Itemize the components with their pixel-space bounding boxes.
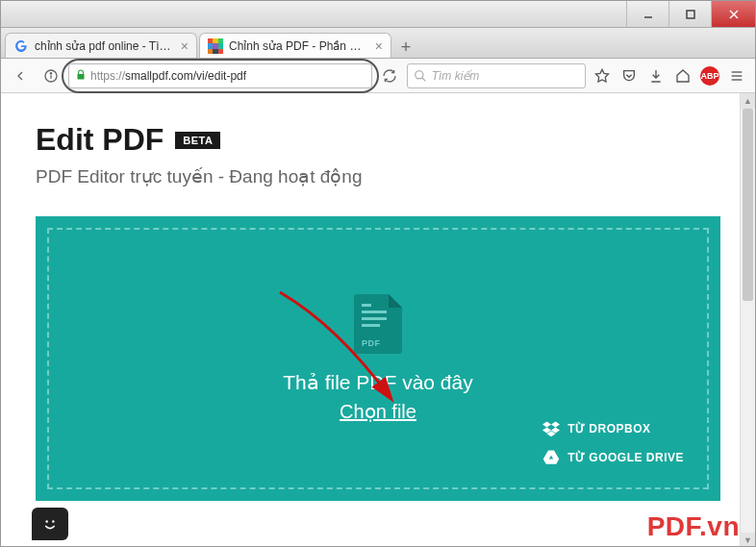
svg-rect-7 (218, 38, 223, 43)
smallpdf-favicon-icon (208, 38, 223, 54)
scrollbar[interactable]: ▲ ▼ (740, 93, 755, 547)
search-input[interactable]: Tìm kiếm (407, 63, 586, 88)
close-button[interactable] (711, 1, 755, 27)
tab-smallpdf[interactable]: Chỉnh sửa PDF - Phần mềm c × (199, 33, 391, 58)
svg-rect-13 (218, 49, 223, 54)
bookmark-star-icon[interactable] (590, 63, 615, 88)
pdf-file-icon: PDF (354, 294, 402, 354)
tab-label: chỉnh sửa pdf online - Tìm vớ (35, 39, 175, 53)
pocket-icon[interactable] (617, 63, 642, 88)
back-button[interactable] (7, 62, 34, 89)
chat-widget-button[interactable] (32, 508, 68, 540)
close-tab-icon[interactable]: × (181, 38, 189, 54)
svg-rect-8 (208, 43, 213, 49)
svg-point-23 (52, 520, 55, 523)
choose-file-link[interactable]: Chọn file (340, 400, 416, 423)
svg-rect-6 (213, 38, 218, 43)
svg-rect-12 (213, 49, 218, 54)
tab-google-search[interactable]: chỉnh sửa pdf online - Tìm vớ × (5, 33, 197, 58)
new-tab-button[interactable]: + (393, 37, 418, 58)
info-button[interactable] (38, 62, 64, 89)
scroll-thumb[interactable] (743, 109, 753, 301)
svg-rect-10 (218, 43, 223, 49)
svg-point-17 (415, 70, 422, 78)
google-favicon-icon (13, 38, 29, 54)
search-placeholder: Tìm kiếm (432, 69, 480, 83)
svg-rect-5 (208, 38, 213, 43)
svg-point-16 (50, 72, 51, 73)
reload-button[interactable] (376, 62, 403, 89)
svg-point-22 (45, 520, 48, 523)
dropbox-icon (542, 420, 560, 437)
page-subtitle: PDF Editor trực tuyến - Đang hoạt động (36, 165, 720, 187)
from-dropbox-button[interactable]: TỪ DROPBOX (542, 420, 684, 437)
menu-icon[interactable] (724, 63, 749, 88)
home-icon[interactable] (670, 63, 695, 88)
watermark: PDF.vn (647, 511, 740, 542)
beta-badge: BETA (175, 132, 220, 149)
page-content: ▲ ▼ Edit PDF BETA PDF Editor trực tuyến … (1, 93, 755, 547)
tab-strip: chỉnh sửa pdf online - Tìm vớ × Chỉnh sử… (1, 28, 755, 59)
lock-icon (75, 67, 87, 85)
svg-rect-1 (687, 11, 694, 18)
svg-rect-9 (213, 43, 218, 49)
drop-zone[interactable]: PDF Thả file PDF vào đây Chọn file TỪ DR… (36, 216, 720, 501)
smiley-icon (40, 514, 60, 534)
abp-icon[interactable]: ABP (697, 63, 722, 88)
page-title: Edit PDF BETA (36, 122, 720, 158)
svg-rect-11 (208, 49, 213, 54)
close-tab-icon[interactable]: × (375, 38, 383, 54)
address-bar[interactable]: https://smallpdf.com/vi/edit-pdf (68, 63, 372, 88)
search-icon (414, 69, 427, 83)
tab-label: Chỉnh sửa PDF - Phần mềm c (229, 39, 369, 53)
gdrive-icon (542, 449, 560, 466)
from-gdrive-button[interactable]: TỪ GOOGLE DRIVE (542, 449, 684, 466)
drop-text: Thả file PDF vào đây (283, 371, 472, 394)
window-titlebar (1, 1, 755, 28)
navbar: https://smallpdf.com/vi/edit-pdf Tìm kiế… (1, 59, 755, 93)
url-text: https://smallpdf.com/vi/edit-pdf (90, 69, 246, 83)
scroll-up-icon[interactable]: ▲ (741, 93, 755, 109)
scroll-down-icon[interactable]: ▼ (741, 533, 755, 547)
svg-line-18 (421, 77, 425, 81)
minimize-button[interactable] (626, 1, 668, 27)
downloads-icon[interactable] (643, 63, 668, 88)
maximize-button[interactable] (668, 1, 711, 27)
